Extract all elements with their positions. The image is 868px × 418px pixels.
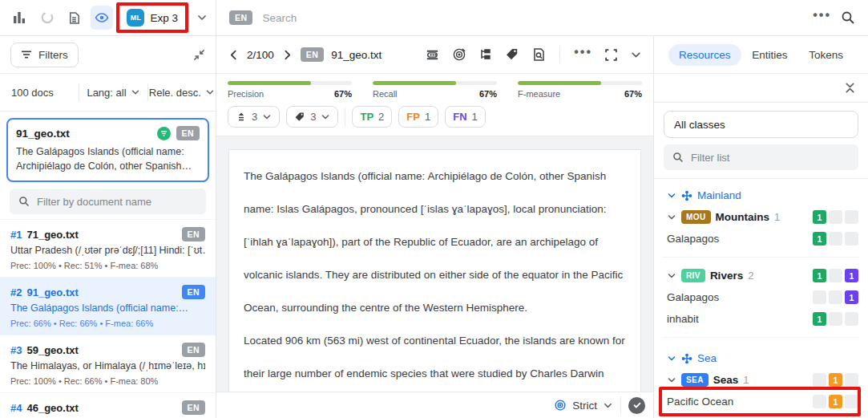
document-area: The Galápagos Islands (official name: Ar… bbox=[216, 136, 653, 418]
viewer-header: 2/100 EN 91_geo.txt bbox=[216, 36, 653, 74]
viewer-more-icon[interactable]: ••• bbox=[574, 48, 592, 61]
hierarchy-icon[interactable] bbox=[478, 47, 493, 62]
experiment-selector[interactable]: ML Exp 3 bbox=[121, 6, 184, 30]
doc-head: #171_geo.txtEN bbox=[10, 227, 205, 241]
tag-icon[interactable] bbox=[505, 47, 519, 62]
search-input[interactable] bbox=[262, 12, 803, 24]
search-lang-badge: EN bbox=[229, 10, 252, 25]
metric-bar bbox=[228, 81, 352, 85]
topbar-left: ML Exp 3 bbox=[0, 0, 216, 35]
lang-filter-dropdown[interactable]: Lang: all bbox=[79, 87, 147, 99]
sync-icon[interactable] bbox=[35, 6, 58, 30]
chip-count: 2 bbox=[378, 111, 384, 123]
tab-tokens[interactable]: Tokens bbox=[798, 44, 854, 66]
taxonomy-icon bbox=[681, 190, 692, 201]
count-cells: 1 bbox=[813, 210, 860, 224]
right-tabs: Resources Entities Tokens bbox=[654, 36, 868, 74]
chevron-down-icon bbox=[603, 400, 613, 411]
search-icon[interactable] bbox=[841, 10, 855, 25]
tree-item-galapagos[interactable]: Galapagos1 bbox=[662, 286, 860, 308]
global-search-bar: EN ••• bbox=[216, 0, 868, 35]
count-cell-green: 1 bbox=[813, 210, 826, 224]
doc-metrics: Prec: 100% • Rec: 51% • F-mea: 68% bbox=[10, 261, 205, 270]
metrics-row: Precision67%Recall67%F-measure67% bbox=[216, 74, 653, 101]
class-block-rivers: RIVRivers211Galapagos1inhabit1 bbox=[662, 265, 860, 338]
main-layout: Filters 100 docs Lang: all Rele. desc. 9… bbox=[0, 36, 868, 418]
annotation-sets-icon[interactable] bbox=[425, 47, 440, 63]
prev-document-icon[interactable] bbox=[228, 49, 240, 61]
doc-list-item[interactable]: #446_geo.txtENTokelau (/ˈtoʊkəlaʊ/ known… bbox=[0, 392, 216, 418]
document-icon[interactable] bbox=[63, 6, 86, 30]
count-cell-empty bbox=[813, 373, 826, 387]
collapse-panel-icon[interactable] bbox=[193, 49, 205, 61]
collapse-all-icon[interactable] bbox=[844, 82, 856, 94]
count-cells: 1 bbox=[813, 312, 860, 326]
chevron-down-icon bbox=[667, 271, 676, 281]
filter-chip-tags[interactable]: 3 bbox=[286, 106, 338, 128]
chevron-down-icon bbox=[262, 112, 272, 122]
divider bbox=[620, 396, 621, 414]
class-count: 2 bbox=[748, 270, 753, 282]
fullscreen-icon[interactable] bbox=[604, 48, 618, 62]
resource-tree: MainlandMOUMountains11Galapagos1RIVRiver… bbox=[654, 178, 868, 418]
tree-group-mainland[interactable]: Mainland bbox=[662, 185, 860, 206]
match-mode-dropdown[interactable]: Strict bbox=[554, 399, 613, 412]
tree-group-sea[interactable]: Sea bbox=[662, 347, 860, 369]
count-cell-empty bbox=[845, 395, 858, 408]
eye-icon[interactable] bbox=[91, 6, 113, 30]
result-chip-fn[interactable]: FN1 bbox=[445, 106, 486, 128]
list-stats-bar: 100 docs Lang: all Rele. desc. bbox=[0, 74, 216, 112]
search-icon bbox=[672, 152, 684, 163]
doc-filter-box bbox=[10, 189, 206, 214]
doc-preview: The Himalayas, or Himalaya (/ˌhɪməˈleɪə,… bbox=[10, 360, 205, 371]
chevron-down-icon bbox=[667, 375, 676, 385]
metric-bar bbox=[518, 81, 642, 85]
doc-filter-input[interactable] bbox=[37, 196, 197, 208]
bar-chart-icon[interactable] bbox=[8, 6, 30, 30]
chevron-down-icon[interactable] bbox=[196, 12, 208, 23]
metric-label: F-measure bbox=[518, 89, 560, 99]
metric-info: F-measure67% bbox=[518, 89, 642, 99]
more-options-icon[interactable]: ••• bbox=[813, 11, 831, 24]
result-chip-fp[interactable]: FP1 bbox=[398, 106, 438, 128]
chips-row: 33TP2FP1FN1 bbox=[216, 101, 653, 136]
doc-list-item[interactable]: #359_geo.txtENThe Himalayas, or Himalaya… bbox=[0, 335, 216, 392]
tree-class-seas[interactable]: SEASeas11 bbox=[662, 369, 860, 391]
doc-list: #171_geo.txtENUttar Pradesh (/ˌʊtər prəˈ… bbox=[0, 219, 216, 418]
doc-rank: #3 bbox=[10, 344, 22, 356]
sort-dropdown[interactable]: Rele. desc. bbox=[148, 87, 216, 99]
pagination: 2/100 bbox=[247, 49, 274, 61]
sort-label: Rele. desc. bbox=[149, 87, 201, 99]
next-document-icon[interactable] bbox=[281, 49, 293, 61]
tree-item-pacific-ocean[interactable]: Pacific Ocean1 bbox=[662, 391, 860, 412]
count-cell-empty bbox=[813, 290, 826, 304]
ml-model-icon: ML bbox=[127, 9, 144, 26]
tree-class-mountains[interactable]: MOUMountains11 bbox=[662, 206, 860, 228]
class-count: 1 bbox=[774, 211, 780, 223]
count-cells: 11 bbox=[813, 269, 860, 282]
viewer-doc-name: 91_geo.txt bbox=[331, 49, 382, 61]
result-chip-tp[interactable]: TP2 bbox=[352, 106, 392, 128]
list-filter-input[interactable] bbox=[691, 152, 850, 164]
doc-list-item[interactable]: #171_geo.txtENUttar Pradesh (/ˌʊtər prəˈ… bbox=[0, 219, 216, 277]
evaluation-target-icon[interactable] bbox=[452, 47, 466, 62]
class-filter-select[interactable]: All classes bbox=[664, 111, 858, 138]
metric-info: Precision67% bbox=[228, 89, 352, 99]
metric-info: Recall67% bbox=[373, 89, 497, 99]
tab-entities[interactable]: Entities bbox=[741, 44, 797, 66]
taxonomy-icon bbox=[681, 353, 692, 364]
tab-resources[interactable]: Resources bbox=[668, 44, 741, 66]
doc-search-icon[interactable] bbox=[531, 47, 546, 62]
collapse-header-icon[interactable] bbox=[630, 49, 642, 61]
filters-button[interactable]: Filters bbox=[10, 43, 79, 67]
filter-chip-classes[interactable]: 3 bbox=[228, 106, 280, 128]
tree-item-galapagos[interactable]: Galapagos1 bbox=[662, 228, 860, 250]
tree-item-inhabit[interactable]: inhabit1 bbox=[662, 308, 860, 330]
doc-head: #446_geo.txtEN bbox=[10, 400, 205, 415]
current-document-name: 91_geo.txt bbox=[16, 128, 70, 140]
doc-list-item[interactable]: #291_geo.txtENThe Galápagos Islands (off… bbox=[0, 277, 216, 335]
filters-button-label: Filters bbox=[38, 49, 68, 61]
confirm-check-icon[interactable] bbox=[628, 397, 645, 414]
current-document-card[interactable]: 91_geo.txt EN The Galápagos Islands (off… bbox=[6, 118, 209, 182]
tree-class-rivers[interactable]: RIVRivers211 bbox=[662, 265, 860, 286]
